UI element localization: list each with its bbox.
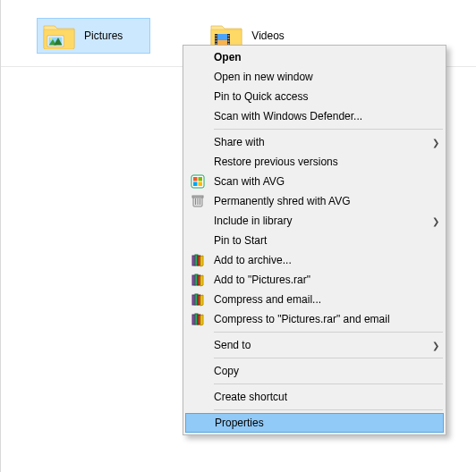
menu-separator xyxy=(214,358,443,358)
menu-shred-avg[interactable]: Permanently shred with AVG xyxy=(185,191,444,211)
chevron-right-icon: ❯ xyxy=(428,138,444,148)
menu-copy[interactable]: Copy xyxy=(185,361,444,381)
menu-restore-previous[interactable]: Restore previous versions xyxy=(185,152,444,172)
svg-rect-21 xyxy=(193,182,198,187)
avg-icon xyxy=(185,172,210,191)
folder-label: Videos xyxy=(251,30,284,42)
svg-rect-13 xyxy=(228,38,230,39)
context-menu: Open Open in new window Pin to Quick acc… xyxy=(183,45,446,435)
shredder-icon xyxy=(185,191,210,211)
svg-rect-22 xyxy=(199,182,203,187)
menu-compress-named-email[interactable]: Compress to "Pictures.rar" and email xyxy=(185,309,444,329)
menu-separator xyxy=(214,384,443,384)
menu-open-new-window[interactable]: Open in new window xyxy=(185,67,444,87)
menu-scan-defender[interactable]: Scan with Windows Defender... xyxy=(185,106,444,126)
chevron-right-icon: ❯ xyxy=(428,341,444,350)
menu-include-library[interactable]: Include in library ❯ xyxy=(185,211,444,231)
menu-send-to[interactable]: Send to ❯ xyxy=(185,335,444,355)
menu-open[interactable]: Open xyxy=(185,47,444,67)
menu-pin-quick-access[interactable]: Pin to Quick access xyxy=(185,87,444,106)
menu-share-with[interactable]: Share with ❯ xyxy=(185,132,444,152)
svg-rect-10 xyxy=(216,40,217,42)
folder-label: Pictures xyxy=(84,30,123,42)
menu-scan-avg[interactable]: Scan with AVG xyxy=(185,172,444,191)
winrar-icon xyxy=(185,290,210,309)
svg-rect-24 xyxy=(192,196,203,198)
menu-separator xyxy=(214,129,443,130)
menu-add-named-rar[interactable]: Add to "Pictures.rar" xyxy=(185,270,444,290)
svg-rect-9 xyxy=(216,38,217,39)
menu-separator xyxy=(214,409,443,410)
svg-rect-20 xyxy=(199,177,203,181)
menu-separator xyxy=(214,332,443,333)
svg-rect-14 xyxy=(228,40,230,42)
menu-add-archive[interactable]: Add to archive... xyxy=(185,250,444,270)
chevron-right-icon: ❯ xyxy=(428,216,444,226)
svg-rect-12 xyxy=(228,35,230,37)
menu-pin-start[interactable]: Pin to Start xyxy=(185,231,444,250)
winrar-icon xyxy=(185,250,210,270)
winrar-icon xyxy=(185,270,210,290)
folder-item-pictures[interactable]: Pictures xyxy=(37,18,150,54)
menu-compress-email[interactable]: Compress and email... xyxy=(185,290,444,309)
winrar-icon xyxy=(185,309,210,329)
svg-point-4 xyxy=(50,38,52,39)
svg-rect-19 xyxy=(193,177,198,181)
menu-create-shortcut[interactable]: Create shortcut xyxy=(185,387,444,407)
pictures-folder-icon xyxy=(43,22,75,49)
svg-rect-8 xyxy=(216,35,217,37)
menu-properties[interactable]: Properties xyxy=(185,413,444,433)
svg-rect-16 xyxy=(217,34,227,40)
